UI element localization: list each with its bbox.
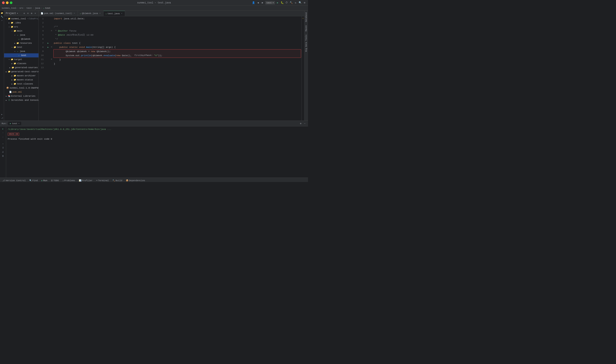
profile-button[interactable]: ⏱ <box>285 1 288 5</box>
test-tab-close[interactable]: × <box>121 13 123 15</box>
structure-icon[interactable]: 🔧 <box>0 15 4 18</box>
fold-11-icon[interactable]: ⊟ <box>51 58 52 60</box>
tree-item-idea[interactable]: ▶ 📁 .idea <box>4 21 39 25</box>
tree-item-main[interactable]: ▾ 📁 main <box>4 29 39 33</box>
panel-locate-icon[interactable]: ⊙ <box>23 12 26 15</box>
tree-item-test-folder[interactable]: ▾ 📁 test <box>4 45 39 49</box>
sidebar-tab-database[interactable]: Database <box>305 11 308 24</box>
soft-wrap-icon[interactable]: ⇔ <box>1 142 5 145</box>
tree-item-generated-test-sources[interactable]: ▶ 📁 generated-test-sources <box>4 70 39 74</box>
title-bar-right: 👤 ◀ ▶ test ▾ ▶ 🐛 ⏱ 🔨 ↻ 🔍 ⚙ <box>252 1 308 5</box>
tab-pom[interactable]: 📄 pom.xml (sunmei_tool) × <box>39 11 78 16</box>
bottom-minimize-icon[interactable]: − <box>303 122 306 125</box>
toolbar-version-control[interactable]: ⎇ Version Control <box>1 179 27 182</box>
sidebar-tab-bigdata[interactable]: Big Data Tools <box>305 33 308 53</box>
test-tab-label: test.java <box>107 13 120 15</box>
tree-item-maven-status[interactable]: ▶ 📁 maven-status <box>4 78 39 82</box>
toolbar-run[interactable]: ▶ Run <box>40 179 49 182</box>
terminal-icon: ⌨ <box>96 179 97 182</box>
run-line7-icon[interactable]: ▶ <box>47 42 49 44</box>
build-button[interactable]: 🔨 <box>289 1 293 5</box>
panel-close-icon[interactable]: × <box>34 12 37 15</box>
tree-item-qbiweek[interactable]: ☕ QbiWeek <box>4 37 39 41</box>
minimize-button[interactable] <box>6 1 9 4</box>
tree-item-java-test[interactable]: ▾ ☕ java <box>4 49 39 53</box>
scroll-down-icon[interactable]: ↓ <box>1 135 5 139</box>
run-config[interactable]: test ▾ <box>265 1 275 4</box>
panel-dropdown-icon[interactable]: ▾ <box>17 12 18 15</box>
breadcrumb-project[interactable]: sunmei_tool <box>2 7 16 9</box>
run-tab-icon: ▶ <box>10 122 11 125</box>
pom-tab-label: pom.xml (sunmei_tool) <box>44 12 72 15</box>
code-line-1: import java.util.Date; <box>53 17 301 21</box>
tree-item-java-main[interactable]: ▾ ☕ java <box>4 33 39 37</box>
dependencies-icon: 📦 <box>126 179 128 182</box>
tree-item-target[interactable]: ▾ 📁 target <box>4 57 39 62</box>
tree-item-generated-sources[interactable]: ▶ 📁 generated-sources <box>4 65 39 70</box>
toolbar-terminal[interactable]: ⌨ Terminal <box>94 179 110 182</box>
run-tab[interactable]: ▶ test × <box>8 122 21 125</box>
filter-icon[interactable]: ☰ <box>1 146 5 149</box>
sync-button[interactable]: ↻ <box>294 1 297 5</box>
run-play-icon[interactable]: ▶ <box>1 127 5 130</box>
tree-item-pom[interactable]: 📄 pom.xml <box>4 90 39 94</box>
run-button[interactable]: ▶ <box>276 1 280 5</box>
tree-item-classes[interactable]: ▶ 📁 classes <box>4 62 39 65</box>
tree-item-src[interactable]: ▾ 📁 src <box>4 25 39 29</box>
sidebar-tab-maven[interactable]: Maven <box>305 24 308 33</box>
code-line-8: public static void main(String[] args) { <box>53 45 301 49</box>
bottom-content: ▶ ↑ ↓ ⇔ ☰ 🖨 🗑 /Library/Java/JavaVirtualM… <box>0 126 308 178</box>
run-line8-icon[interactable]: ▶ <box>47 46 49 49</box>
run-tab-close[interactable]: × <box>18 122 20 125</box>
code-line-11: } <box>53 58 301 62</box>
run-icon[interactable]: ▶ <box>0 113 4 116</box>
print-icon[interactable]: 🖨 <box>1 150 5 154</box>
toolbar-build[interactable]: 🔨 Build <box>111 179 124 182</box>
qbiweek-tab-close[interactable]: × <box>99 12 101 15</box>
user-icon[interactable]: 👤 <box>252 1 255 5</box>
tree-item-ext-libs[interactable]: ▶ 📚 External Libraries <box>4 94 39 98</box>
tree-item-test-classes[interactable]: ▶ 📁 test-classes <box>4 82 39 86</box>
panel-collapse-icon[interactable]: ≡ <box>26 12 29 15</box>
toolbar-dependencies[interactable]: 📦 Dependencies <box>124 179 147 182</box>
breadcrumb-file[interactable]: ☕test <box>43 7 51 9</box>
toolbar-profiler[interactable]: 📊 Profiler <box>77 179 94 182</box>
clear-icon[interactable]: 🗑 <box>1 154 5 157</box>
tree-item-maven-archiver[interactable]: ▶ 📁 maven-archiver <box>4 74 39 78</box>
breadcrumb-java[interactable]: java <box>35 7 40 9</box>
fold-7-icon[interactable]: ⊟ <box>51 29 52 32</box>
scroll-up-icon[interactable]: ↑ <box>1 131 5 135</box>
breadcrumb-test[interactable]: test <box>27 7 32 9</box>
panel-header-icons: ⊙ ≡ ⚙ × <box>23 12 37 15</box>
profiler-label: Profiler <box>82 179 93 182</box>
maximize-button[interactable] <box>10 1 13 4</box>
favorites-icon[interactable]: ★ <box>0 19 4 22</box>
tree-item-scratches[interactable]: ▶ 🗒 Scratches and Consoles <box>4 98 39 102</box>
panel-settings-icon[interactable]: ⚙ <box>30 12 33 15</box>
pom-tab-close[interactable]: × <box>73 12 76 15</box>
tab-test[interactable]: ☕ test.java × <box>104 11 125 16</box>
breadcrumb-src[interactable]: src <box>19 7 23 9</box>
search-icon[interactable]: 🔍 <box>298 1 302 5</box>
toolbar-find[interactable]: 🔍 Find <box>28 179 39 182</box>
tree-item-test-file[interactable]: ☕ test <box>4 53 39 57</box>
tab-qbiweek[interactable]: ☕ QbiWeek.java × <box>78 11 104 16</box>
git-icon[interactable]: ⎇ <box>0 117 4 120</box>
settings-icon[interactable]: ⚙ <box>303 1 306 5</box>
fold-8-icon[interactable]: ⊟ <box>51 46 52 48</box>
tree-item-sunmei-tool[interactable]: ▾ 📁 sunmei_tool ~/IdeaProjects/sunmei_to… <box>4 17 39 21</box>
run-tab-label: test <box>12 122 17 125</box>
tree-item-jar[interactable]: 📦 sunmei_tool-1.0-SNAPSHOT.jar <box>4 86 39 90</box>
toolbar-todo[interactable]: ☰ TODO <box>49 179 60 182</box>
code-line-12: } <box>53 62 301 66</box>
toolbar-problems[interactable]: ⚠ Problems <box>61 179 77 182</box>
bottom-settings-icon[interactable]: ⚙ <box>299 122 302 125</box>
debug-button[interactable]: 🐛 <box>280 1 284 5</box>
close-button[interactable] <box>2 1 5 4</box>
tree-item-resources[interactable]: ▶ 📁 resources <box>4 41 39 45</box>
code-container[interactable]: 1 2 3 4 5 6 7 8 9 10 11 12 13 <box>39 16 304 120</box>
forward-icon[interactable]: ▶ <box>261 1 264 5</box>
project-icon[interactable]: 📁 <box>0 11 4 15</box>
code-content[interactable]: import java.util.Date; /** * @author fan… <box>53 16 301 120</box>
back-icon[interactable]: ◀ <box>256 1 260 5</box>
